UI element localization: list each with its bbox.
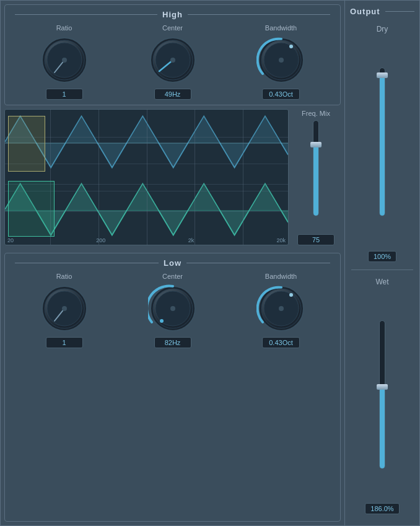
svg-point-27 — [170, 306, 175, 311]
low-ratio-knob[interactable] — [40, 284, 89, 333]
low-center-group: Center — [148, 273, 198, 348]
selection-box-high[interactable] — [8, 116, 45, 172]
wet-slider-fill — [380, 387, 385, 468]
high-bandwidth-label: Bandwidth — [265, 24, 297, 32]
high-section: High Ratio — [4, 4, 341, 105]
wet-slider-thumb[interactable] — [377, 384, 388, 390]
plugin-container: High Ratio — [0, 0, 420, 526]
low-title: Low — [164, 258, 182, 268]
svg-point-32 — [279, 306, 284, 311]
svg-point-4 — [62, 58, 67, 63]
selection-box-low[interactable] — [8, 181, 55, 237]
low-ratio-label: Ratio — [56, 273, 72, 280]
spectrum-display[interactable]: 20 200 2k 20k — [4, 109, 289, 245]
wet-label: Wet — [375, 278, 388, 286]
svg-point-31 — [289, 293, 293, 297]
svg-point-13 — [279, 58, 284, 63]
low-ratio-display[interactable]: 1 — [46, 337, 83, 348]
low-center-knob[interactable] — [148, 284, 198, 333]
freq-label-200: 200 — [96, 237, 105, 243]
output-panel: Output Dry 100% Wet 186.0% — [345, 1, 419, 525]
high-title: High — [162, 10, 183, 19]
svg-point-26 — [160, 319, 164, 323]
wet-display[interactable]: 186.0% — [365, 503, 399, 514]
low-center-label: Center — [162, 273, 183, 280]
dry-label: Dry — [377, 25, 388, 33]
high-ratio-label: Ratio — [56, 24, 72, 32]
high-ratio-display[interactable]: 1 — [46, 89, 83, 100]
high-bandwidth-knob[interactable] — [256, 35, 306, 85]
high-bandwidth-display[interactable]: 0.43Oct — [262, 89, 300, 100]
dry-slider-area — [345, 37, 419, 247]
freq-label-20k: 20k — [276, 237, 286, 243]
high-center-label: Center — [162, 24, 183, 32]
svg-point-22 — [62, 306, 67, 311]
freq-mix-label: Freq. Mix — [302, 109, 330, 118]
svg-point-8 — [170, 58, 175, 63]
low-bandwidth-group: Bandwidth — [256, 273, 306, 348]
high-ratio-group: Ratio — [40, 24, 89, 100]
high-knob-row: Ratio — [10, 24, 335, 100]
freq-label-20: 20 — [7, 237, 14, 243]
main-panel: High Ratio — [1, 1, 345, 525]
freq-mix-display[interactable]: 75 — [297, 234, 335, 245]
svg-point-12 — [289, 45, 293, 48]
low-section: Low Ratio — [4, 253, 341, 522]
low-ratio-group: Ratio 1 — [40, 273, 89, 348]
output-title: Output — [350, 7, 380, 16]
freq-mix-slider-container — [291, 120, 341, 229]
output-divider — [351, 270, 413, 270]
high-center-group: Center — [148, 24, 198, 100]
low-knob-row: Ratio 1 — [10, 273, 335, 348]
freq-mix-slider-fill — [313, 145, 318, 216]
freq-labels: 20 200 2k 20k — [5, 237, 288, 243]
dry-display[interactable]: 100% — [368, 251, 396, 262]
output-title-bar: Output — [345, 7, 419, 16]
high-center-knob[interactable] — [148, 35, 198, 85]
dry-section: Dry 100% — [345, 20, 419, 267]
high-title-bar: High — [10, 10, 335, 19]
dry-slider-thumb[interactable] — [377, 72, 388, 78]
wet-section: Wet 186.0% — [345, 273, 419, 520]
low-title-bar: Low — [10, 258, 335, 268]
middle-section: 20 200 2k 20k Freq. Mix 75 — [4, 109, 341, 245]
low-center-display[interactable]: 82Hz — [154, 337, 191, 348]
high-center-display[interactable]: 49Hz — [154, 89, 191, 100]
dry-slider-fill — [380, 76, 385, 216]
low-bandwidth-label: Bandwidth — [265, 273, 297, 280]
freq-label-2k: 2k — [188, 237, 195, 243]
high-bandwidth-group: Bandwidth — [256, 24, 306, 100]
wet-slider-track[interactable] — [379, 320, 385, 469]
wet-slider-area — [345, 290, 419, 500]
low-bandwidth-display[interactable]: 0.43Oct — [262, 337, 300, 348]
freq-mix-group: Freq. Mix 75 — [291, 109, 341, 245]
high-ratio-knob[interactable] — [40, 35, 89, 85]
low-bandwidth-knob[interactable] — [256, 284, 306, 333]
freq-mix-slider-thumb[interactable] — [310, 142, 322, 147]
dry-slider-track[interactable] — [379, 68, 385, 216]
freq-mix-slider-track[interactable] — [313, 120, 319, 216]
